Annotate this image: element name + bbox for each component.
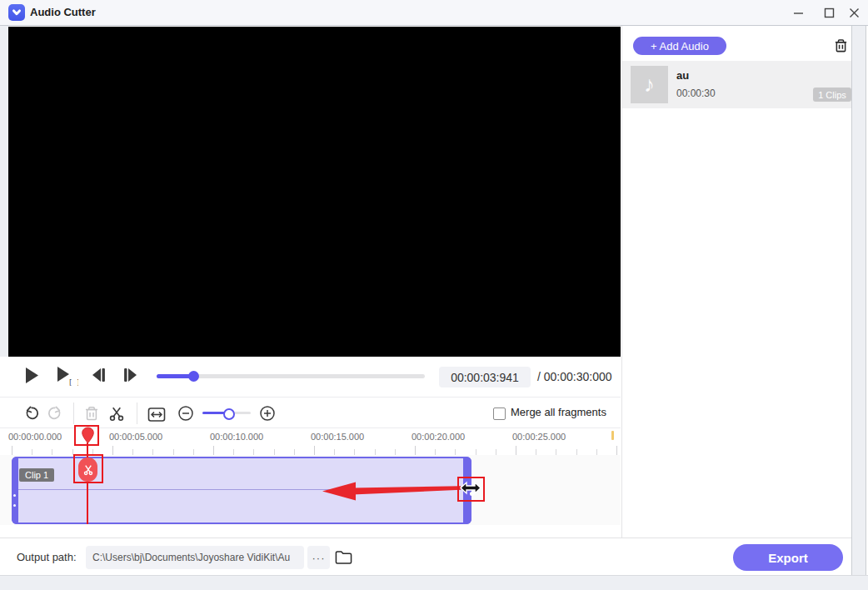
ruler-label: 00:00:00.000	[8, 432, 62, 442]
titlebar: Audio Cutter	[0, 0, 868, 26]
audio-name: au	[676, 69, 689, 82]
playback-slider-thumb[interactable]	[188, 371, 199, 382]
total-time-display: / 00:00:30:000	[537, 367, 612, 388]
merge-fragments-label: Merge all fragments	[511, 406, 606, 418]
audio-duration: 00:00:30	[676, 88, 716, 99]
next-frame-button[interactable]	[122, 368, 139, 382]
audio-end-marker	[611, 431, 614, 440]
bottom-margin	[0, 575, 868, 590]
window-title: Audio Cutter	[30, 0, 96, 25]
ruler-label: 00:00:15.000	[311, 432, 364, 442]
play-button[interactable]	[25, 367, 39, 384]
video-preview	[8, 27, 621, 357]
ruler-label: 00:00:10.000	[210, 432, 263, 442]
music-note-icon: ♪	[644, 72, 655, 98]
redo-button[interactable]	[46, 404, 64, 422]
cut-button[interactable]	[107, 404, 126, 422]
zoom-in-button[interactable]	[258, 404, 277, 422]
ruler-label: 00:00:25.000	[512, 432, 566, 442]
divider	[0, 397, 621, 398]
audio-thumbnail: ♪	[631, 66, 668, 103]
minimize-button[interactable]	[784, 0, 812, 25]
grip-dot	[13, 494, 16, 497]
close-button[interactable]	[840, 0, 868, 25]
export-button[interactable]: Export	[733, 544, 843, 571]
svg-text:[ ]: [ ]	[68, 379, 78, 386]
scrollbar-gutter[interactable]	[851, 26, 866, 590]
left-margin	[0, 26, 8, 357]
merge-fragments-checkbox[interactable]	[493, 408, 506, 420]
grip-dot	[13, 504, 16, 507]
annotation-box-split	[73, 454, 103, 483]
toolbar-separator	[137, 402, 137, 424]
ruler-label: 00:00:05.000	[109, 432, 162, 442]
previous-frame-button[interactable]	[90, 368, 107, 382]
annotation-box-playhead	[74, 425, 99, 446]
clip-label: Clip 1	[19, 468, 54, 482]
output-path-field[interactable]: C:\Users\bj\Documents\Joyoshare VidiKit\…	[86, 546, 304, 569]
current-time-display: 00:00:03:941	[439, 367, 531, 388]
clip-left-handle[interactable]	[12, 457, 18, 524]
fit-timeline-button[interactable]	[147, 405, 166, 423]
clips-count-badge: 1 Clips	[813, 88, 851, 102]
undo-button[interactable]	[22, 404, 41, 422]
zoom-out-button[interactable]	[177, 404, 195, 422]
app-logo-icon	[8, 4, 25, 21]
remove-audio-button[interactable]	[831, 36, 850, 54]
ruler-label: 00:00:20.000	[412, 432, 465, 442]
toolbar-separator	[73, 402, 74, 424]
open-folder-button[interactable]	[334, 549, 352, 566]
delete-fragment-button[interactable]	[82, 404, 101, 422]
add-audio-button[interactable]: + Add Audio	[633, 37, 726, 55]
timeline-zoom-slider-thumb[interactable]	[223, 408, 235, 420]
cursor-dot	[470, 492, 474, 496]
play-selection-button[interactable]: [ ]	[57, 367, 78, 386]
maximize-button[interactable]	[815, 0, 843, 25]
browse-path-button[interactable]: ···	[307, 546, 330, 569]
audio-cutter-window: Audio Cutter [ ] 00:00:03:941 / 00:00:30…	[0, 0, 868, 590]
annotation-arrow	[321, 477, 462, 502]
output-path-label: Output path:	[17, 551, 77, 563]
